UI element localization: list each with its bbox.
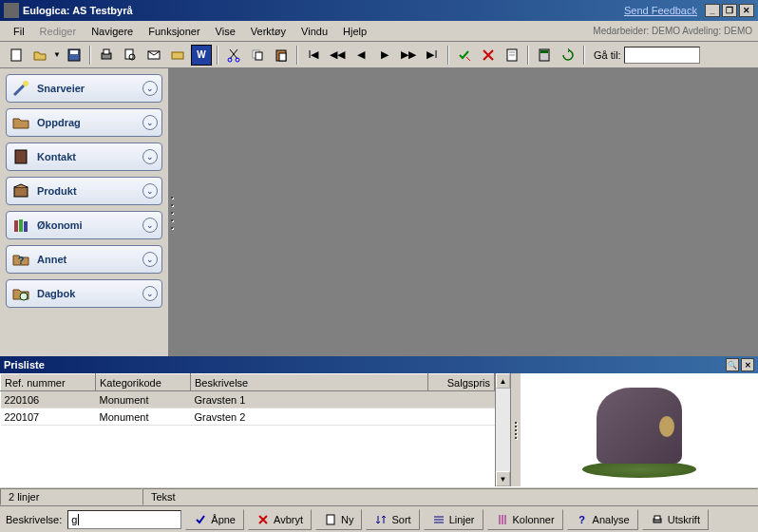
panel-search-icon[interactable]: 🔍 — [726, 358, 739, 371]
monument-image — [582, 383, 696, 478]
menu-navigere[interactable]: Navigere — [84, 24, 141, 39]
nav-prev-page-icon[interactable]: ◀◀ — [327, 45, 348, 66]
goto-input[interactable] — [624, 47, 700, 64]
paste-icon[interactable] — [271, 45, 292, 66]
analyse-button[interactable]: ?Analyse — [567, 509, 638, 530]
chevron-down-icon[interactable]: ⌄ — [142, 252, 158, 267]
refresh-icon[interactable] — [558, 45, 578, 66]
table-row[interactable]: 220107 Monument Gravsten 2 — [1, 408, 495, 426]
preview-icon[interactable] — [120, 45, 141, 66]
splitter-handle[interactable] — [169, 194, 175, 232]
word-icon[interactable]: W — [191, 45, 212, 66]
menu-verktoy[interactable]: Verktøy — [243, 24, 294, 39]
calc-icon[interactable] — [534, 45, 555, 66]
table-row[interactable]: 220106 Monument Gravsten 1 — [1, 391, 495, 408]
chevron-down-icon[interactable]: ⌄ — [142, 183, 158, 199]
svg-rect-25 — [24, 221, 28, 232]
cancel-button[interactable]: Avbryt — [248, 509, 312, 530]
menu-vindu[interactable]: Vindu — [294, 24, 335, 39]
dropdown-icon[interactable]: ▼ — [53, 50, 61, 59]
col-besk[interactable]: Beskrivelse — [191, 374, 428, 391]
search-label: Beskrivelse: — [6, 514, 62, 525]
columns-button[interactable]: Kolonner — [487, 509, 563, 530]
chevron-down-icon[interactable]: ⌄ — [142, 218, 158, 233]
lines-icon — [432, 513, 445, 526]
col-kat[interactable]: Kategorikode — [96, 374, 191, 391]
svg-text:?: ? — [18, 255, 25, 266]
printer-icon — [651, 513, 664, 526]
app-icon — [4, 3, 19, 18]
print-icon[interactable] — [96, 45, 117, 66]
envelope-icon[interactable] — [167, 45, 188, 66]
vertical-scrollbar[interactable]: ▲ ▼ — [495, 373, 510, 486]
sidebar-item-produkt[interactable]: Produkt ⌄ — [6, 177, 162, 205]
chevron-down-icon[interactable]: ⌄ — [142, 81, 158, 96]
cell-ref: 220107 — [1, 408, 96, 426]
open-icon[interactable] — [29, 45, 50, 66]
sidebar-item-dagbok[interactable]: Dagbok ⌄ — [6, 279, 162, 308]
titlebar: Eulogica: AS Testbyrå Send Feedback _ ❐ … — [0, 0, 758, 21]
open-button[interactable]: Åpne — [185, 509, 244, 530]
new-doc-icon[interactable] — [6, 45, 27, 66]
lines-button[interactable]: Linjer — [424, 509, 483, 530]
mail-icon[interactable] — [143, 45, 164, 66]
copy-icon[interactable] — [247, 45, 268, 66]
chevron-down-icon[interactable]: ⌄ — [142, 115, 158, 130]
cell-kat: Monument — [96, 408, 191, 426]
print-button[interactable]: Utskrift — [642, 509, 709, 530]
scroll-down-icon[interactable]: ▼ — [496, 471, 510, 486]
wand-icon — [10, 78, 31, 99]
sidebar-item-okonomi[interactable]: Økonomi ⌄ — [6, 211, 162, 239]
window-title: Eulogica: AS Testbyrå — [23, 5, 624, 16]
chevron-down-icon[interactable]: ⌄ — [142, 286, 158, 301]
svg-rect-21 — [15, 150, 27, 163]
cell-pris — [428, 408, 495, 426]
sidebar-item-kontakt[interactable]: Kontakt ⌄ — [6, 142, 162, 171]
status-text-label: Tekst — [142, 488, 758, 505]
menu-hjelp[interactable]: Hjelp — [335, 24, 374, 39]
sidebar: Snarveier ⌄ Oppdrag ⌄ Kontakt ⌄ Produkt … — [0, 68, 169, 356]
save-icon[interactable] — [64, 45, 85, 66]
x-icon — [256, 513, 270, 526]
sidebar-item-oppdrag[interactable]: Oppdrag ⌄ — [6, 108, 162, 137]
nav-next-page-icon[interactable]: ▶▶ — [398, 45, 419, 66]
nav-first-icon[interactable]: I◀ — [303, 45, 324, 66]
minimize-button[interactable]: _ — [705, 4, 720, 17]
sidebar-item-label: Dagbok — [37, 288, 142, 299]
menu-fil[interactable]: Fil — [6, 24, 32, 39]
nav-last-icon[interactable]: ▶I — [422, 45, 443, 66]
new-button[interactable]: Ny — [315, 509, 362, 530]
svg-rect-23 — [14, 220, 18, 232]
cell-ref: 220106 — [1, 391, 96, 408]
scroll-up-icon[interactable]: ▲ — [496, 373, 510, 389]
sort-button[interactable]: Sort — [366, 509, 419, 530]
svg-rect-14 — [279, 53, 286, 61]
col-pris[interactable]: Salgspris — [428, 374, 495, 391]
delete-icon[interactable] — [478, 45, 499, 66]
nav-prev-icon[interactable]: ◀ — [351, 45, 371, 66]
close-button[interactable]: ✕ — [739, 4, 754, 17]
panel-splitter[interactable] — [511, 373, 521, 486]
cell-kat: Monument — [96, 391, 191, 408]
menu-vise[interactable]: Vise — [208, 24, 243, 39]
sidebar-item-snarveier[interactable]: Snarveier ⌄ — [6, 74, 162, 103]
goto-label: Gå til: — [594, 49, 621, 61]
svg-rect-19 — [540, 50, 548, 53]
price-table[interactable]: Ref. nummer Kategorikode Beskrivelse Sal… — [0, 373, 495, 486]
panel-close-icon[interactable]: ✕ — [741, 358, 754, 371]
sidebar-item-annet[interactable]: ? Annet ⌄ — [6, 245, 162, 274]
cut-icon[interactable] — [223, 45, 244, 66]
send-feedback-link[interactable]: Send Feedback — [624, 5, 697, 16]
chevron-down-icon[interactable]: ⌄ — [142, 149, 158, 164]
col-ref[interactable]: Ref. nummer — [1, 374, 96, 391]
cell-pris — [428, 391, 495, 408]
restore-button[interactable]: ❐ — [722, 4, 737, 17]
menu-rediger: Rediger — [32, 24, 85, 39]
workspace — [169, 68, 758, 356]
svg-rect-2 — [70, 50, 78, 54]
check-icon[interactable] — [454, 45, 475, 66]
form-icon[interactable] — [502, 45, 522, 66]
search-input[interactable]: g — [67, 510, 181, 529]
menu-funksjoner[interactable]: Funksjoner — [141, 24, 207, 39]
nav-next-icon[interactable]: ▶ — [374, 45, 395, 66]
